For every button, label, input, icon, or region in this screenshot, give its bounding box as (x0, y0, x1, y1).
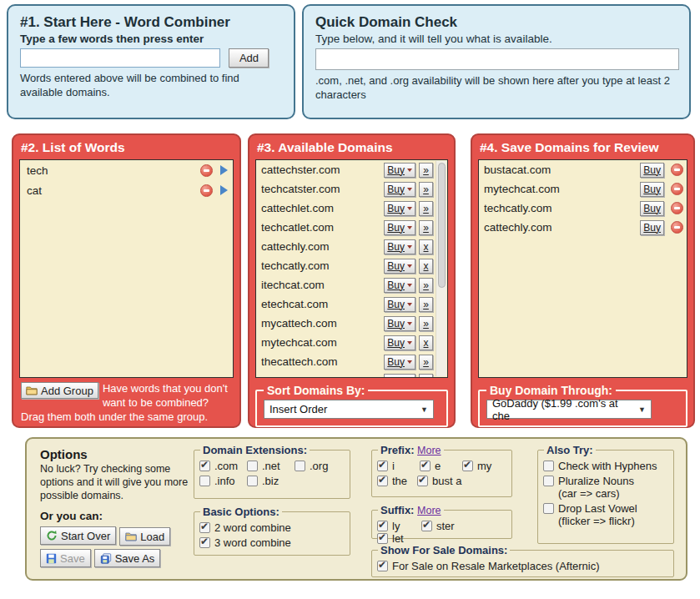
add-word-button[interactable]: Add (229, 48, 269, 68)
checkbox-biz[interactable]: .biz (247, 475, 293, 487)
checkbox[interactable] (199, 522, 210, 533)
checkbox-ly[interactable]: ly (377, 520, 420, 532)
scrollbar[interactable] (436, 161, 446, 376)
available-domains-list: cattechster.comBuy»techcatster.comBuy»ca… (255, 159, 448, 378)
save-domain-button[interactable]: » (419, 182, 433, 197)
checkbox-e[interactable]: e (420, 460, 461, 472)
buy-button[interactable]: Buy (384, 182, 415, 197)
prefix-more-link[interactable]: More (417, 445, 441, 456)
checkbox[interactable] (295, 461, 305, 471)
remove-saved-icon[interactable] (671, 183, 683, 195)
expand-word-icon[interactable] (220, 185, 228, 195)
save-button[interactable]: Save (40, 549, 91, 567)
checkbox[interactable] (247, 461, 258, 471)
buy-button[interactable]: Buy (384, 316, 415, 331)
load-button[interactable]: Load (119, 527, 170, 546)
suffix-more-link[interactable]: More (417, 505, 441, 516)
remove-word-icon[interactable] (200, 164, 213, 177)
checkbox[interactable] (377, 533, 388, 544)
buy-button[interactable]: Buy (384, 259, 415, 274)
saved-domain-row: mytechcat.comBuy (479, 179, 687, 199)
remove-domain-button[interactable]: x (419, 259, 433, 274)
checkbox-check-with-hyphens[interactable]: Check with Hyphens (543, 460, 657, 472)
remove-word-icon[interactable] (200, 184, 213, 197)
save-domain-button[interactable]: » (419, 316, 433, 331)
remove-saved-icon[interactable] (671, 221, 683, 234)
checkbox-2-word-combine[interactable]: 2 word combine (199, 521, 291, 534)
checkbox-net[interactable]: .net (247, 460, 293, 472)
checkbox[interactable] (543, 476, 554, 486)
checkbox-info[interactable]: .info (199, 475, 245, 487)
checkbox[interactable] (377, 476, 388, 486)
save-domain-button[interactable]: » (419, 374, 433, 379)
checkbox-the[interactable]: the (377, 475, 407, 487)
save-domain-button[interactable]: » (419, 220, 433, 235)
checkbox[interactable] (420, 461, 431, 471)
buy-button[interactable]: Buy (384, 239, 415, 254)
checkbox-for-sale-on-resale-marketplaces-afternic[interactable]: For Sale on Resale Marketplaces (Afterni… (377, 560, 600, 572)
checkbox[interactable] (377, 561, 388, 571)
domain-name: bustacat.com (484, 164, 640, 176)
remove-domain-button[interactable]: x (419, 239, 433, 254)
checkbox-org[interactable]: .org (295, 460, 340, 472)
buy-button[interactable]: Buy (384, 220, 415, 235)
checkbox-label: i (392, 460, 395, 472)
remove-domain-button[interactable]: x (419, 335, 433, 350)
checkbox[interactable] (199, 476, 210, 486)
remove-saved-icon[interactable] (671, 164, 683, 176)
checkbox[interactable] (199, 461, 210, 471)
buy-button[interactable]: Buy (640, 182, 664, 197)
checkbox[interactable] (377, 461, 388, 471)
buy-button[interactable]: Buy (384, 374, 415, 379)
checkbox[interactable] (543, 503, 554, 514)
save-as-button[interactable]: Save As (94, 549, 161, 567)
checkbox-pluralize-nouns[interactable]: Pluralize Nouns(car => cars) (543, 475, 658, 500)
quick-check-input[interactable] (315, 48, 679, 70)
checkbox[interactable] (247, 476, 258, 486)
checkbox-3-word-combine[interactable]: 3 word combine (199, 536, 291, 549)
save-domain-button[interactable]: » (419, 278, 433, 293)
save-domain-button[interactable]: » (419, 355, 433, 370)
saved-domains-title: #4. Save Domains for Review (478, 135, 687, 159)
registrar-select[interactable]: GoDaddy ($1.99 .com's at che ▼ (486, 400, 652, 419)
checkbox[interactable] (377, 521, 388, 531)
checkbox-drop-last-vowel[interactable]: Drop Last Vowel(flicker => flickr) (543, 502, 658, 527)
checkbox-com[interactable]: .com (199, 460, 245, 472)
checkbox[interactable] (462, 461, 473, 471)
start-over-button[interactable]: Start Over (40, 526, 116, 545)
save-domain-button[interactable]: » (419, 163, 433, 178)
checkbox[interactable] (199, 537, 210, 548)
checkbox[interactable] (417, 476, 428, 486)
buy-button[interactable]: Buy (384, 278, 415, 293)
domain-name: techcatster.com (261, 183, 384, 195)
checkbox-ster[interactable]: ster (421, 520, 464, 532)
dropdown-caret-icon (407, 284, 412, 287)
sort-select[interactable]: Insert Order ▼ (264, 400, 434, 419)
dropdown-caret-icon (407, 322, 412, 325)
buy-button[interactable]: Buy (384, 297, 415, 312)
save-domain-button[interactable]: » (419, 201, 433, 216)
checkbox-bust-a[interactable]: bust a (417, 475, 461, 487)
buy-button[interactable]: Buy (384, 163, 415, 178)
checkbox-let[interactable]: let (377, 532, 420, 545)
save-domain-button[interactable]: » (419, 297, 433, 312)
checkbox[interactable] (543, 461, 554, 471)
checkbox[interactable] (421, 521, 432, 531)
checkbox-i[interactable]: i (377, 460, 418, 472)
checkbox-my[interactable]: my (462, 460, 503, 472)
buy-button[interactable]: Buy (384, 355, 415, 370)
word-input[interactable] (20, 48, 220, 68)
buy-button[interactable]: Buy (640, 220, 664, 235)
buy-button[interactable]: Buy (384, 201, 415, 216)
buy-button[interactable]: Buy (384, 335, 415, 350)
buy-button[interactable]: Buy (640, 201, 664, 216)
checkbox-label: Pluralize Nouns (558, 475, 634, 487)
expand-word-icon[interactable] (220, 165, 228, 175)
checkbox-row: Check with Hyphens (543, 460, 668, 472)
remove-saved-icon[interactable] (671, 202, 683, 214)
scrollbar-thumb[interactable] (438, 163, 446, 288)
buy-button[interactable]: Buy (640, 163, 664, 178)
domain-name: mytechcat.com (261, 336, 384, 349)
dropdown-caret-icon (407, 360, 412, 364)
add-group-button[interactable]: Add Group (21, 382, 98, 399)
